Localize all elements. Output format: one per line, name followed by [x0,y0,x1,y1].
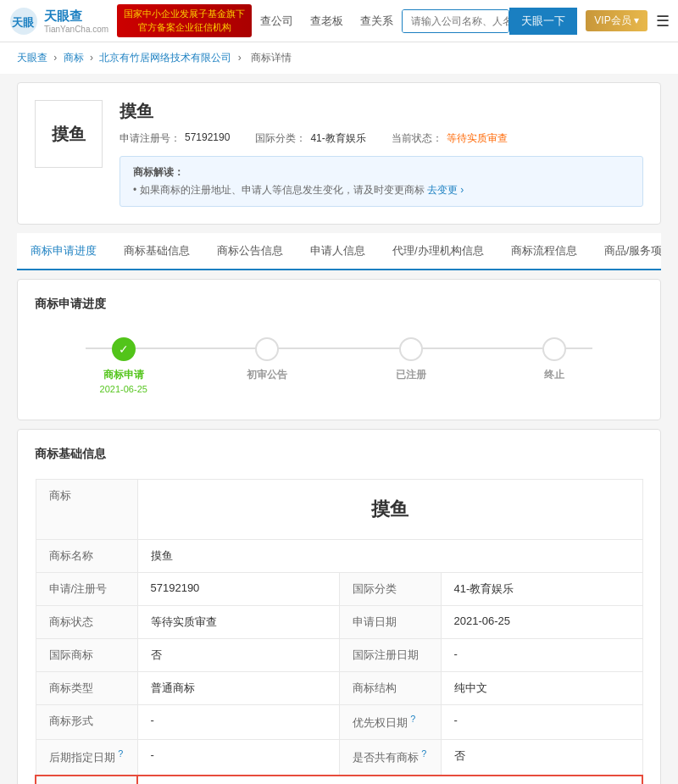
tab-flow[interactable]: 商标流程信息 [497,233,591,270]
search-bar: × [402,9,509,33]
nav-relation[interactable]: 查关系 [360,14,393,29]
table-row-intl: 国际商标 否 国际注册日期 - [36,639,642,672]
progress-section-title: 商标申请进度 [35,297,643,312]
menu-icon[interactable]: ☰ [656,12,670,31]
tab-announcement[interactable]: 商标公告信息 [203,233,297,270]
nav-boss[interactable]: 查老板 [310,14,343,29]
label-regno: 申请/注册号 [36,573,137,606]
tab-basic-info[interactable]: 商标基础信息 [110,233,203,270]
label-joint: 是否共有商标 ? [339,740,441,776]
trademark-name: 摸鱼 [119,100,643,123]
step-circle-2 [255,337,279,361]
breadcrumb-home[interactable]: 天眼查 [17,52,47,64]
label-apply-date: 申请日期 [339,606,441,639]
note-text: 如果商标的注册地址、申请人等信息发生变化，请及时变更商标 [140,184,425,196]
table-row-late: 后期指定日期 ? - 是否共有商标 ? 否 [36,740,642,776]
note-bullet: • [133,184,140,196]
search-button[interactable]: 天眼一下 [509,8,577,35]
label-form: 商标形式 [36,705,137,740]
label-priority: 优先权日期 ? [339,705,441,740]
int-class-label: 国际分类： [255,131,306,146]
int-class-value: 41-教育娱乐 [310,131,365,146]
trademark-details: 摸鱼 申请注册号： 57192190 国际分类： 41-教育娱乐 当前状态： 等… [119,100,643,207]
step-terminated: 终止 [483,337,627,382]
trademark-info-card: 摸鱼 摸鱼 申请注册号： 57192190 国际分类： 41-教育娱乐 当前状态… [17,82,661,225]
step-registered: 已注册 [339,337,483,382]
label-intl: 国际商标 [36,639,137,672]
value-partial-rejection: 是 [137,776,642,784]
step-circle-4 [542,337,566,361]
label-intclass: 国际分类 [339,573,441,606]
step-application: ✓ 商标申请 2021-06-25 [52,337,196,394]
value-priority: - [441,705,642,740]
header-right: VIP会员 ▾ ☰ [586,10,670,31]
step-date-1: 2021-06-25 [100,384,147,394]
top-nav: 查公司 查老板 查关系 [260,14,393,29]
trademark-header: 摸鱼 摸鱼 申请注册号： 57192190 国际分类： 41-教育娱乐 当前状态… [35,100,643,207]
breadcrumb-trademark[interactable]: 商标 [64,52,84,64]
label-trademark: 商标 [36,480,137,540]
label-structure: 商标结构 [339,672,441,705]
value-late-date: - [137,740,339,776]
step-circle-3 [399,337,423,361]
step-label-4: 终止 [544,368,564,382]
value-trademark-image: 摸鱼 [137,480,642,540]
status-label: 当前状态： [392,131,442,146]
value-type: 普通商标 [137,672,339,705]
step-circle-1: ✓ [112,337,136,361]
reg-no-value: 57192190 [185,131,230,146]
progress-timeline: ✓ 商标申请 2021-06-25 初审公告 已注册 终止 [35,329,643,403]
value-joint: 否 [441,740,642,776]
step-initial-pub: 初审公告 [196,337,340,382]
breadcrumb: 天眼查 › 商标 › 北京有竹居网络技术有限公司 › 商标详情 [0,42,678,74]
value-apply-date: 2021-06-25 [441,606,642,639]
breadcrumb-company[interactable]: 北京有竹居网络技术有限公司 [99,52,231,64]
breadcrumb-sep-1: › [53,52,59,64]
reg-no-label: 申请注册号： [119,131,181,146]
table-row-name: 商标名称 摸鱼 [36,540,642,573]
tooltip-late-icon[interactable]: ? [118,748,123,759]
value-form: - [137,705,339,740]
breadcrumb-current: 商标详情 [251,52,292,64]
tab-goods[interactable]: 商品/服务项目 [591,233,661,270]
step-label-1: 商标申请 [103,368,144,382]
table-row-regno: 申请/注册号 57192190 国际分类 41-教育娱乐 [36,573,642,606]
tab-progress[interactable]: 商标申请进度 [17,233,110,270]
logo-area: 天眼 天眼查 TianYanCha.com [8,6,108,36]
search-input[interactable] [403,10,509,32]
status-value: 等待实质审查 [447,131,508,146]
value-structure: 纯中文 [441,672,642,705]
status-item: 当前状态： 等待实质审查 [392,131,508,146]
label-late-date: 后期指定日期 ? [36,740,137,776]
step-label-3: 已注册 [396,368,426,382]
tooltip-joint-icon[interactable]: ? [421,748,426,759]
table-row-trademark-image: 商标 摸鱼 [36,480,642,540]
progress-section: 商标申请进度 ✓ 商标申请 2021-06-25 初审公告 已注册 终止 [17,279,661,420]
reg-no-item: 申请注册号： 57192190 [119,131,230,146]
table-row-form: 商标形式 - 优先权日期 ? - [36,705,642,740]
site-header: 天眼 天眼查 TianYanCha.com 国家中小企业发展子基金旗下 官方备案… [0,0,678,42]
tab-applicant[interactable]: 申请人信息 [297,233,379,270]
trademark-meta: 申请注册号： 57192190 国际分类： 41-教育娱乐 当前状态： 等待实质… [119,131,643,146]
vip-button[interactable]: VIP会员 ▾ [586,10,647,31]
value-intl: 否 [137,639,339,672]
value-trademark-name: 摸鱼 [137,540,642,573]
tab-agent[interactable]: 代理/办理机构信息 [379,233,497,270]
trademark-image: 摸鱼 [35,100,103,168]
promo-banner: 国家中小企业发展子基金旗下 官方备案企业征信机构 [117,4,252,37]
value-intl-date: - [441,639,642,672]
basic-info-title: 商标基础信息 [35,447,643,462]
svg-text:天眼: 天眼 [11,16,35,29]
label-partial-rejection: 部分驳回 [36,776,137,784]
value-regno: 57192190 [137,573,339,606]
table-row-type: 商标类型 普通商标 商标结构 纯中文 [36,672,642,705]
main-content: 摸鱼 摸鱼 申请注册号： 57192190 国际分类： 41-教育娱乐 当前状态… [0,74,678,784]
note-title: 商标解读： [133,165,630,180]
value-intclass: 41-教育娱乐 [441,573,642,606]
breadcrumb-sep-3: › [238,52,244,64]
label-type: 商标类型 [36,672,137,705]
nav-company[interactable]: 查公司 [260,14,293,29]
table-row-partial-rejection: 部分驳回 是 [36,776,642,784]
tooltip-priority-icon[interactable]: ? [410,714,415,724]
note-link[interactable]: 去变更 › [427,184,464,196]
